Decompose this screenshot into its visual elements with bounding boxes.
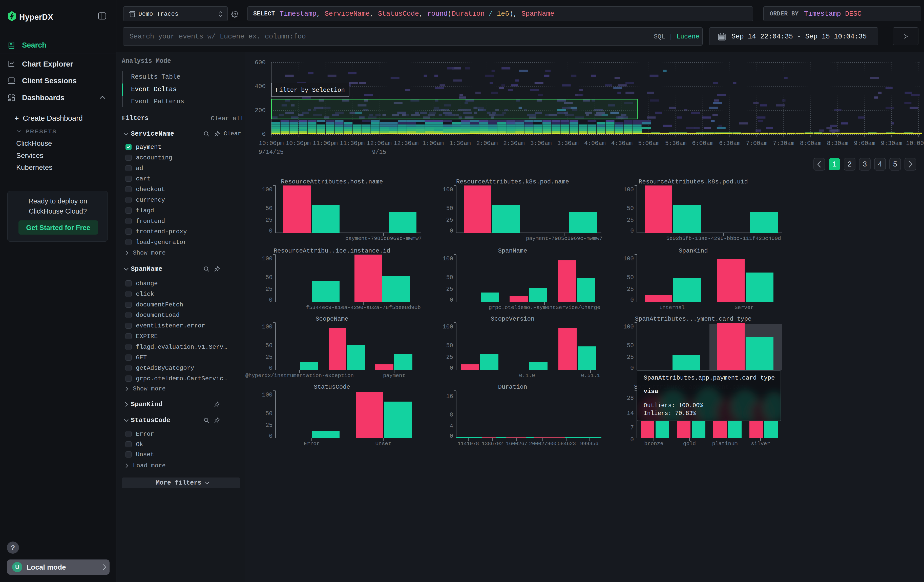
svg-text:11:00pm: 11:00pm bbox=[313, 140, 338, 147]
svg-text:SpanAttributes...yment.card_ty: SpanAttributes...yment.card_type bbox=[635, 315, 752, 322]
svg-text:6:00am: 6:00am bbox=[692, 140, 713, 147]
svg-text:12:00am: 12:00am bbox=[366, 140, 392, 147]
svg-text:visa: visa bbox=[644, 388, 658, 395]
svg-text:100: 100 bbox=[262, 186, 272, 193]
svg-text:400: 400 bbox=[255, 83, 266, 90]
svg-text:100: 100 bbox=[443, 186, 453, 193]
svg-text:8:00am: 8:00am bbox=[800, 140, 822, 147]
svg-text:3:30am: 3:30am bbox=[557, 140, 579, 147]
svg-text:999356: 999356 bbox=[580, 441, 598, 447]
svg-text:0: 0 bbox=[450, 433, 453, 440]
svg-text:Server: Server bbox=[734, 305, 754, 310]
svg-text:SpanAttributes.app.payment.car: SpanAttributes.app.payment.card_type bbox=[644, 374, 775, 381]
svg-text:9:30am: 9:30am bbox=[881, 140, 902, 147]
svg-text:9/15: 9/15 bbox=[372, 149, 386, 156]
svg-text:10:00am: 10:00am bbox=[906, 140, 924, 147]
svg-text:silver: silver bbox=[751, 441, 770, 447]
svg-text:0: 0 bbox=[450, 297, 453, 303]
svg-text:gold: gold bbox=[683, 441, 696, 447]
svg-text:payment: payment bbox=[383, 373, 405, 379]
svg-text:0: 0 bbox=[630, 365, 634, 371]
svg-text:payment-7985c8969c-mwmw7: payment-7985c8969c-mwmw7 bbox=[526, 236, 602, 241]
svg-text:28: 28 bbox=[627, 395, 634, 402]
svg-text:Unset: Unset bbox=[375, 441, 391, 447]
svg-text:platinum: platinum bbox=[712, 441, 738, 447]
svg-text:9/14/25: 9/14/25 bbox=[259, 149, 284, 156]
svg-text:50: 50 bbox=[446, 342, 453, 349]
svg-text:ResourceAttributes.host.name: ResourceAttributes.host.name bbox=[281, 178, 383, 185]
svg-text:7:30am: 7:30am bbox=[773, 140, 794, 147]
svg-text:100: 100 bbox=[443, 256, 453, 262]
svg-text:25: 25 bbox=[266, 422, 272, 429]
svg-text:25: 25 bbox=[627, 217, 634, 223]
svg-text:2: 2 bbox=[847, 160, 851, 169]
svg-text:4:30am: 4:30am bbox=[611, 140, 632, 147]
svg-text:1386792: 1386792 bbox=[482, 441, 503, 447]
svg-text:0.51.1: 0.51.1 bbox=[581, 373, 600, 379]
svg-text:0.1.0: 0.1.0 bbox=[519, 373, 535, 379]
svg-text:bronze: bronze bbox=[644, 441, 663, 447]
svg-text:0: 0 bbox=[450, 365, 453, 371]
svg-text:100: 100 bbox=[262, 392, 272, 398]
svg-text:0: 0 bbox=[262, 131, 266, 138]
svg-text:25: 25 bbox=[627, 354, 634, 361]
svg-text:@hyperdx/instrumentation-excep: @hyperdx/instrumentation-exception bbox=[246, 373, 354, 379]
svg-text:25: 25 bbox=[446, 354, 453, 361]
svg-text:16: 16 bbox=[446, 393, 453, 400]
svg-text:ResourceAttribu..ice.instance.: ResourceAttribu..ice.instance.id bbox=[274, 247, 390, 254]
svg-text:Outliers: 100.00%: Outliers: 100.00% bbox=[644, 402, 703, 409]
svg-text:100: 100 bbox=[262, 324, 272, 330]
svg-text:StatusCode: StatusCode bbox=[314, 384, 350, 391]
svg-text:grpc.oteldemo.PaymentService/C: grpc.oteldemo.PaymentService/Charge bbox=[488, 305, 600, 310]
svg-text:25: 25 bbox=[266, 286, 272, 292]
svg-text:0: 0 bbox=[630, 437, 634, 443]
svg-text:11:30pm: 11:30pm bbox=[340, 140, 365, 147]
svg-text:ResourceAttributes.k8s.pod.nam: ResourceAttributes.k8s.pod.name bbox=[456, 178, 569, 185]
svg-text:ScopeVersion: ScopeVersion bbox=[491, 315, 535, 322]
svg-text:14: 14 bbox=[627, 410, 634, 417]
svg-text:1141978: 1141978 bbox=[458, 441, 479, 447]
svg-text:0: 0 bbox=[269, 228, 272, 234]
svg-text:1:30am: 1:30am bbox=[449, 140, 471, 147]
svg-text:100: 100 bbox=[624, 256, 634, 262]
svg-text:50: 50 bbox=[446, 205, 453, 212]
svg-text:Duration: Duration bbox=[498, 384, 527, 391]
svg-text:7:00am: 7:00am bbox=[746, 140, 767, 147]
svg-text:SpanName: SpanName bbox=[498, 247, 527, 254]
svg-text:Filter by Selection: Filter by Selection bbox=[276, 87, 345, 94]
svg-text:50: 50 bbox=[627, 274, 634, 281]
svg-text:100: 100 bbox=[624, 186, 634, 193]
svg-text:25: 25 bbox=[446, 217, 453, 223]
svg-text:ResourceAttributes.k8s.pod.uid: ResourceAttributes.k8s.pod.uid bbox=[639, 178, 748, 185]
svg-text:200027900: 200027900 bbox=[529, 441, 556, 447]
svg-text:3: 3 bbox=[863, 160, 867, 169]
svg-text:0: 0 bbox=[450, 228, 453, 234]
svg-text:5:30am: 5:30am bbox=[665, 140, 687, 147]
svg-text:5: 5 bbox=[893, 160, 897, 169]
svg-text:0: 0 bbox=[630, 297, 634, 303]
svg-text:4: 4 bbox=[878, 160, 882, 169]
svg-text:SpanKind: SpanKind bbox=[678, 247, 708, 254]
svg-text:Error: Error bbox=[304, 441, 320, 447]
svg-text:25: 25 bbox=[627, 286, 634, 292]
svg-text:0: 0 bbox=[630, 228, 634, 234]
svg-text:100: 100 bbox=[443, 324, 453, 330]
svg-text:2:00am: 2:00am bbox=[476, 140, 498, 147]
svg-text:5e02b5fb-13ae-4296-bbbc-111f42: 5e02b5fb-13ae-4296-bbbc-111f423c460d bbox=[666, 236, 781, 241]
svg-text:4: 4 bbox=[450, 423, 453, 430]
svg-text:8:30am: 8:30am bbox=[827, 140, 848, 147]
svg-text:25: 25 bbox=[446, 286, 453, 292]
svg-text:100: 100 bbox=[624, 324, 634, 330]
svg-text:50: 50 bbox=[627, 205, 634, 212]
svg-text:6:30am: 6:30am bbox=[719, 140, 741, 147]
svg-text:200: 200 bbox=[255, 107, 266, 114]
svg-text:Inliers: 70.83%: Inliers: 70.83% bbox=[644, 410, 696, 417]
svg-text:0: 0 bbox=[269, 297, 272, 303]
svg-text:25: 25 bbox=[266, 354, 272, 361]
svg-text:0: 0 bbox=[269, 365, 272, 371]
svg-text:ScopeName: ScopeName bbox=[315, 315, 348, 322]
svg-text:0: 0 bbox=[269, 433, 272, 440]
svg-text:9:00am: 9:00am bbox=[854, 140, 875, 147]
svg-text:584623: 584623 bbox=[558, 441, 576, 447]
svg-text:8: 8 bbox=[450, 412, 453, 418]
